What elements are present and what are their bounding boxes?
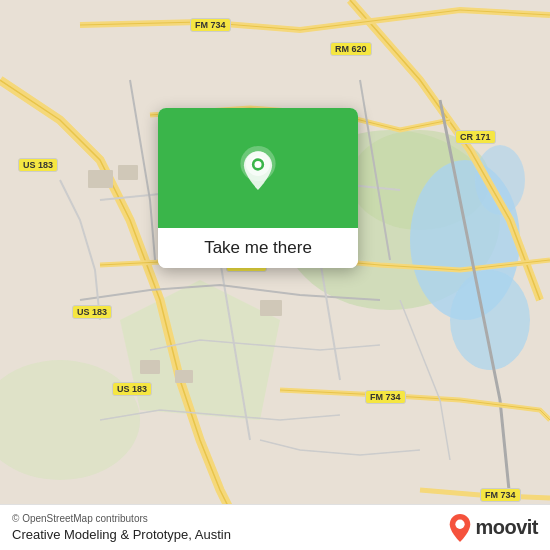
road-label-fm734-lower: FM 734 bbox=[365, 390, 406, 404]
popup-card[interactable]: Take me there bbox=[158, 108, 358, 268]
map-container: FM 734RM 620FM 724US 183CR 171FM 734US 1… bbox=[0, 0, 550, 550]
location-name: Creative Modeling & Prototype, Austin bbox=[12, 527, 231, 542]
moovit-logo: moovit bbox=[449, 514, 538, 542]
svg-rect-13 bbox=[175, 370, 193, 383]
road-label-us183-lower: US 183 bbox=[112, 382, 152, 396]
road-label-rm620: RM 620 bbox=[330, 42, 372, 56]
popup-green-area bbox=[158, 108, 358, 228]
popup-button[interactable]: Take me there bbox=[158, 228, 358, 268]
svg-rect-11 bbox=[260, 300, 282, 316]
moovit-text: moovit bbox=[475, 516, 538, 539]
location-pin-icon bbox=[236, 146, 280, 190]
road-label-fm734-top: FM 734 bbox=[190, 18, 231, 32]
osm-attribution: © OpenStreetMap contributors bbox=[12, 513, 231, 524]
road-label-us183-mid: US 183 bbox=[72, 305, 112, 319]
svg-point-19 bbox=[456, 519, 465, 528]
svg-point-18 bbox=[254, 161, 261, 168]
svg-rect-12 bbox=[140, 360, 160, 374]
road-label-cr171: CR 171 bbox=[455, 130, 496, 144]
bottom-left-info: © OpenStreetMap contributors Creative Mo… bbox=[12, 513, 231, 542]
svg-rect-10 bbox=[118, 165, 138, 180]
road-label-us183-left: US 183 bbox=[18, 158, 58, 172]
road-label-fm734-bottom: FM 734 bbox=[480, 488, 521, 502]
moovit-pin-icon bbox=[449, 514, 471, 542]
bottom-bar: © OpenStreetMap contributors Creative Mo… bbox=[0, 504, 550, 550]
svg-rect-9 bbox=[88, 170, 113, 188]
map-background bbox=[0, 0, 550, 550]
